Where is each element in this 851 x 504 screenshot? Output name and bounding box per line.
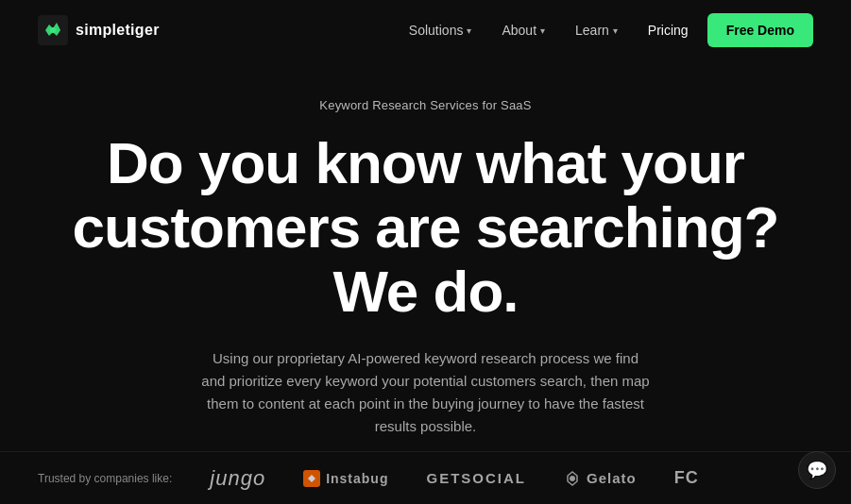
svg-point-1 [50,27,56,33]
chat-bubble[interactable]: 💬 [798,451,836,489]
chevron-down-icon: ▾ [540,25,545,36]
logo-fc: FC [674,468,699,488]
hero-title: Do you know what your customers are sear… [58,131,794,325]
logo-icon [38,15,68,45]
nav-pricing[interactable]: Pricing [637,17,700,43]
logo-instabug: Instabug [303,470,388,487]
logo-gelato: Gelato [564,470,637,487]
chevron-down-icon: ▾ [467,25,471,36]
free-demo-button[interactable]: Free Demo [707,13,813,47]
nav-about[interactable]: About ▾ [490,17,556,43]
chevron-down-icon: ▾ [613,25,618,36]
hero-section: Keyword Research Services for SaaS Do yo… [0,60,851,504]
svg-point-3 [570,476,575,481]
hero-description: Using our proprietary AI-powered keyword… [199,347,653,438]
logo[interactable]: simpletiger [38,15,160,45]
logo-getsocial: GETSOCIAL [426,470,526,486]
hero-tag: Keyword Research Services for SaaS [319,98,531,112]
nav-links: Solutions ▾ About ▾ Learn ▾ Pricing Free… [398,13,813,47]
chat-icon: 💬 [807,460,827,480]
logo-text: simpletiger [76,22,160,39]
nav-learn[interactable]: Learn ▾ [564,17,629,43]
navbar: simpletiger Solutions ▾ About ▾ Learn ▾ … [0,0,851,60]
trusted-section: Trusted by companies like: jungo Instabu… [0,451,851,504]
logo-jungo: jungo [210,466,265,491]
instabug-icon [303,470,320,487]
nav-solutions[interactable]: Solutions ▾ [398,17,484,43]
gelato-icon [564,470,581,487]
trusted-logos: jungo Instabug GETSOCIAL Gelato FC [210,466,813,491]
trusted-label: Trusted by companies like: [38,472,172,485]
